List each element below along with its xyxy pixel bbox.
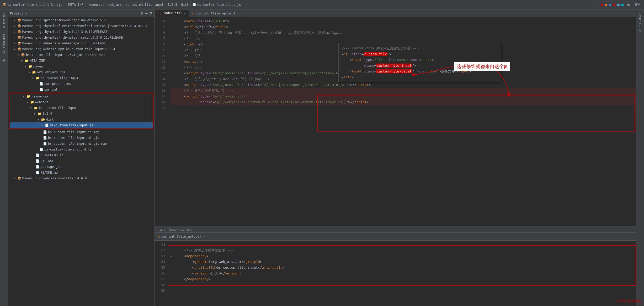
line-content: <!-- 引入css样式, 用 link 元素 ， stylesheet 样式单…: [176, 30, 636, 36]
back-button[interactable]: ←: [585, 2, 591, 7]
tree-item-jar[interactable]: ▼ 📦 bs-custom-file-input-1.3.4.jar libra…: [8, 52, 155, 58]
line-content: <script type="text/javascript" th:src="@…: [176, 82, 636, 88]
xml-icon: m: [158, 235, 160, 238]
tree-item-bs-js-map[interactable]: 📄 bs-custom-file-input.js.map: [8, 129, 155, 135]
toggle-icon: ▶: [14, 42, 17, 45]
xml-tab-icon: m: [192, 12, 194, 15]
code-line-56: <version>1.3.4</version>: [171, 271, 636, 276]
structure-tab[interactable]: Z: Structure: [638, 11, 642, 34]
line-content: th:src="@{'/webjars/bs-custom-file-input…: [176, 99, 636, 105]
panel-actions: ⊕ ⇌ ⚙: [140, 11, 152, 15]
sidebar-item-structure[interactable]: Z: Structure: [2, 32, 6, 55]
breadcrumb-sep: ›: [166, 228, 168, 231]
line-num: 19: [155, 105, 165, 111]
tree-item-bs-folder-maven[interactable]: ▼ 📁 bs-custom-file-input: [8, 75, 155, 81]
tree-item-thymeleaf-spring5[interactable]: ▶ 📦 Maven: org.thymeleaf:thymeleaf-sprin…: [8, 35, 155, 40]
panel-settings2-button[interactable]: ⚙: [149, 11, 152, 15]
breadcrumb-dist: dist: [181, 3, 189, 7]
tree-item-meta-inf[interactable]: ▼ 📁 META-INF: [8, 58, 155, 64]
toggle-icon: ▶: [14, 177, 17, 180]
json-icon: 📄: [36, 165, 40, 169]
sidebar-item-favorites[interactable]: és: [2, 56, 6, 64]
line-num: 7: [155, 36, 165, 42]
panel-settings-button[interactable]: ⇌: [145, 11, 148, 15]
toggle-icon: ▼: [30, 107, 34, 110]
code-line-55: <artifactId>bs-custom-file-input</artifa…: [171, 265, 636, 271]
tree-container[interactable]: ▶ 📦 Maven: org.springframework:spring-we…: [8, 17, 155, 306]
tree-label: bs-custom-file-input.min.js: [48, 136, 99, 140]
code-content-bottom[interactable]: <!-- 文件上传的界面组件 --> ▶ <dependency> <group…: [168, 241, 636, 306]
line-num: 10: [155, 53, 165, 59]
panel-gear-button[interactable]: ⊕: [140, 11, 143, 15]
code-editor-bottom: 51 52 53 54 55 56 57 58 59: [155, 241, 636, 306]
tab-close-button[interactable]: ✕: [203, 235, 205, 238]
popup-line-1: <!-- custom-file 用来保证页面比较好看 -->: [341, 45, 498, 51]
toggle-icon: ▼: [32, 77, 36, 80]
tree-item-unbescape[interactable]: ▶ 📦 Maven: org.unbescape:unbescape:1.1.6…: [8, 40, 155, 46]
line-num: 56: [155, 271, 165, 276]
tree-item-webjars[interactable]: ▼ 📁 webjars: [10, 99, 153, 105]
tab-bar-top: ⟨⟩ index.html ✕ m pom.xml (file_upload) …: [155, 9, 636, 17]
tree-item-134[interactable]: ▼ 📁 1.3.4: [10, 111, 153, 117]
line-content: <script type="text/javascript": [176, 94, 636, 99]
jar-icon: 📦: [21, 53, 25, 57]
breadcrumb-meta-inf: META-INF: [68, 3, 83, 7]
tree-item-readme[interactable]: 📄 README.md: [8, 170, 155, 175]
tree-item-changelog[interactable]: 📄 CHANGELOG.md: [8, 152, 155, 158]
sidebar-item-project[interactable]: 1: Project: [2, 11, 6, 31]
tab-pom-xml-bottom[interactable]: m pom.xml (file_upload) ✕: [155, 233, 208, 240]
tree-item-pom-xml[interactable]: 📄 pom.xml: [8, 87, 155, 92]
line-num: 13: [155, 70, 165, 76]
tree-label: META-INF: [30, 59, 45, 63]
code-line-15: <script type="text/javascript" th:src="@…: [171, 82, 636, 88]
tree-item-resources[interactable]: ▼ 📁 resources: [10, 94, 153, 99]
forward-button[interactable]: →: [593, 2, 599, 7]
tree-item-package-json[interactable]: 📄 package.json: [8, 164, 155, 170]
tree-label: Maven: org.thymeleaf:thymeleaf-spring5:3…: [22, 36, 123, 39]
line-content: <groupId>org.webjars.npm</groupId>: [176, 259, 636, 265]
tab-close-button[interactable]: ✕: [237, 12, 239, 15]
line-numbers-bottom: 51 52 53 54 55 56 57 58 59: [155, 241, 168, 306]
folder-icon: 📁: [25, 59, 29, 63]
tree-item-maven[interactable]: ▼ 📁 maven: [8, 64, 155, 69]
panel-dropdown[interactable]: ▼: [25, 12, 27, 15]
tree-label: README.md: [41, 171, 58, 174]
line-num: 55: [155, 265, 165, 271]
tab-index-html[interactable]: ⟨⟩ index.html ✕: [155, 10, 189, 17]
jsmap-icon: 📄: [43, 130, 47, 134]
tab-close-button[interactable]: ✕: [184, 12, 186, 15]
tree-item-bs-min-map[interactable]: 📄 bs-custom-file-input.min.js.map: [8, 141, 155, 147]
tree-item-webjars-bs[interactable]: ▶ 📦 Maven: org.webjars.npm:bs-custom-fil…: [8, 46, 155, 52]
tree-item-bs-dts[interactable]: 📄 bs-custom-file-input.d.ts: [8, 147, 155, 152]
code-line-54: <groupId>org.webjars.npm</groupId>: [171, 259, 636, 265]
toggle-icon: ▼: [38, 118, 41, 121]
tree-item-bootstrap[interactable]: ▶ 📦 Maven: org.webjars:bootstrap:4.6.0: [8, 175, 155, 181]
tree-item-dist[interactable]: ▼ 📂 dist: [10, 117, 153, 122]
translate-button[interactable]: 文A: [633, 2, 641, 8]
tree-item-bs-js[interactable]: ▼ 📄 bs-custom-file-input.js: [10, 122, 153, 128]
tree-label: bs-custom-file-input.d.ts: [44, 148, 92, 151]
folder-icon: 📁: [28, 65, 32, 68]
tree-label: webjars: [35, 100, 49, 104]
tree-item-bs-min-js[interactable]: 📄 bs-custom-file-input.min.js: [8, 135, 155, 141]
tree-item-spring[interactable]: ▶ 📦 Maven: org.springframework:spring-we…: [8, 17, 155, 23]
editor-area: ⟨⟩ index.html ✕ m pom.xml (file_upload) …: [155, 9, 636, 306]
layout-button[interactable]: ⊞: [626, 2, 631, 7]
tree-item-thymeleaf[interactable]: ▶ 📦 Maven: org.thymeleaf:thymeleaf:3.0.1…: [8, 29, 155, 35]
tab-label: pom.xml (file_upload): [196, 12, 236, 15]
line-content: <artifactId>bs-custom-file-input</artifa…: [176, 265, 636, 271]
code-line-4: <meta charset="UTF-8">: [171, 18, 636, 24]
tree-item-thymeleaf-extras[interactable]: ▶ 📦 Maven: org.thymeleaf.extras:thymelea…: [8, 23, 155, 29]
tree-item-bs-custom[interactable]: ▼ 📁 bs-custom-file-input: [10, 105, 153, 111]
line-num: 18: [155, 99, 165, 105]
annotation-text: 这些修饰就都来自这个js: [454, 62, 510, 71]
line-num: 15: [155, 82, 165, 88]
tree-label: pom.xml: [44, 88, 58, 91]
breadcrumb-resources: resources: [87, 3, 104, 7]
tree-item-org-webjars[interactable]: ▼ 📁 org.webjars.npm: [8, 69, 155, 75]
tree-item-license[interactable]: 📄 LICENSE: [8, 158, 155, 164]
ts-icon: 📄: [39, 148, 43, 151]
line-num: 59: [155, 288, 165, 294]
tab-pom-xml-top[interactable]: m pom.xml (file_upload) ✕: [189, 10, 242, 17]
tree-item-pom-props[interactable]: 📄 pom.properties: [8, 81, 155, 87]
